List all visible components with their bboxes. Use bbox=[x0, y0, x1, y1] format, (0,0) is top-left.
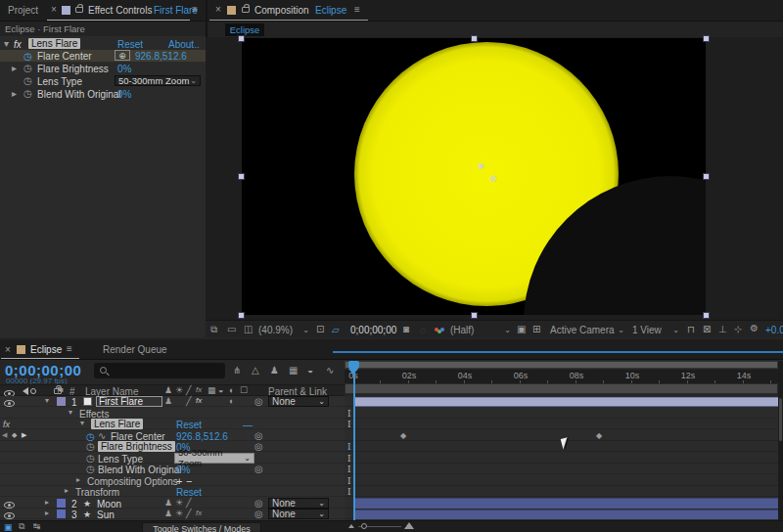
eye-icon[interactable] bbox=[4, 502, 15, 509]
quality-switch-icon[interactable]: ╱ bbox=[186, 499, 191, 508]
exposure-value[interactable]: +0.0 bbox=[765, 325, 783, 335]
lock-icon[interactable] bbox=[75, 7, 83, 13]
frame-blend-switch-icon[interactable]: ▦ bbox=[207, 386, 216, 395]
twirl-icon[interactable]: ▸ bbox=[12, 89, 17, 99]
shy-switch-icon[interactable]: ♟ bbox=[164, 397, 172, 406]
prev-keyframe-icon[interactable]: ◀ bbox=[2, 431, 7, 439]
parent-dropdown[interactable]: None ⌄ bbox=[268, 498, 329, 509]
effect-about-link[interactable]: About.. bbox=[168, 39, 200, 50]
twirl-icon[interactable]: ▸ bbox=[76, 476, 80, 484]
quality-switch-icon[interactable]: ╱ bbox=[186, 386, 191, 395]
playhead-point[interactable] bbox=[348, 369, 358, 375]
composition-frame[interactable]: ◉ ⊕ bbox=[242, 38, 706, 315]
twirl-icon[interactable]: ▸ bbox=[45, 499, 49, 507]
composition-viewer[interactable]: ◉ ⊕ bbox=[206, 37, 783, 320]
layer-controls-icon[interactable]: ⧉ bbox=[210, 325, 217, 334]
layer-name[interactable]: First Flare bbox=[96, 396, 162, 407]
prop-value[interactable]: 926.8,512.6 bbox=[135, 51, 187, 62]
exposure-gear-icon[interactable]: ⚙ bbox=[750, 324, 759, 333]
zoom-in-mountain-icon[interactable] bbox=[404, 522, 414, 529]
layer-row-first-flare[interactable]: ▾ 1 First Flare ♟ ╱ fx ◐ ◎ None ⌄ bbox=[0, 396, 345, 408]
hide-shy-icon[interactable]: ♟ bbox=[270, 366, 279, 376]
selection-handle[interactable] bbox=[703, 173, 710, 180]
twirl-icon[interactable]: ▾ bbox=[80, 420, 84, 427]
quality-switch-icon[interactable]: ╱ bbox=[186, 397, 191, 406]
snapshot-camera-icon[interactable]: ◙ bbox=[403, 325, 409, 334]
pickwhip-icon[interactable]: ◎ bbox=[254, 431, 263, 441]
scrollbar-thumb[interactable] bbox=[779, 398, 782, 441]
camera-view-dropdown[interactable]: Active Camera ⌄ bbox=[550, 324, 624, 335]
selection-handle[interactable] bbox=[703, 35, 710, 42]
prop-row-flare-brightness[interactable]: ◷ Flare Brightness 0% ◎ bbox=[0, 441, 345, 453]
eye-icon[interactable] bbox=[4, 512, 15, 519]
magnification-dropdown[interactable]: (40.9%) ⌄ bbox=[258, 324, 309, 335]
panel-menu-icon[interactable]: ≡ bbox=[192, 4, 198, 15]
effect-reset-button[interactable]: Reset bbox=[117, 39, 143, 50]
twirl-icon[interactable]: ▸ bbox=[45, 510, 49, 517]
transparency-grid-icon[interactable]: ▣ bbox=[517, 325, 526, 334]
zoom-out-mountain-icon[interactable] bbox=[348, 524, 354, 528]
tab-effect-controls[interactable]: Effect Controls bbox=[88, 5, 152, 16]
effect-name[interactable]: Lens Flare bbox=[28, 38, 80, 49]
share-view-icon[interactable]: ⊓ bbox=[687, 325, 695, 334]
effect-row-lens-flare[interactable]: fx ▾ Lens Flare Reset — bbox=[0, 419, 345, 430]
time-navigator-bar[interactable] bbox=[345, 361, 778, 369]
tab-composition-target[interactable]: Eclipse bbox=[315, 5, 346, 16]
in-out-icon[interactable]: ↹ bbox=[33, 522, 41, 531]
label-color-chip[interactable] bbox=[57, 510, 66, 518]
transfer-controls-icon[interactable]: ⧉ bbox=[19, 522, 24, 531]
keyframe-diamond[interactable]: ◆ bbox=[596, 431, 602, 440]
effect-reset-button[interactable]: Reset bbox=[176, 420, 202, 430]
track-area[interactable]: I I I I I I I ◆ ◆ bbox=[345, 396, 778, 520]
region-of-interest-icon[interactable]: ⊡ bbox=[316, 325, 324, 334]
stopwatch-icon[interactable]: ◷ bbox=[23, 76, 32, 86]
add-option-button[interactable]: + bbox=[176, 475, 182, 487]
mini-flowchart-icon[interactable]: ⋔ bbox=[233, 366, 241, 376]
time-ruler[interactable]: 0s 02s 04s 06s 08s 10s 12s 14s bbox=[345, 370, 778, 383]
playhead-head[interactable] bbox=[348, 361, 359, 369]
effect-name[interactable]: Lens Flare bbox=[91, 419, 143, 429]
refresh-view-icon[interactable]: ⊠ bbox=[703, 325, 711, 334]
collapse-switch-icon[interactable]: ☀ bbox=[175, 510, 183, 518]
motion-blur-switch-icon[interactable]: ◒ bbox=[218, 386, 223, 395]
tab-composition[interactable]: Composition bbox=[254, 5, 309, 16]
view-layout-dropdown[interactable]: 1 View ⌄ bbox=[632, 324, 679, 335]
stopwatch-icon[interactable]: ◷ bbox=[86, 431, 95, 442]
preview-timecode[interactable]: 0;00;00;00 bbox=[350, 325, 396, 335]
timeline-zoom-knob[interactable] bbox=[361, 523, 367, 529]
twirl-icon[interactable]: ▾ bbox=[4, 39, 9, 49]
stopwatch-icon[interactable]: ◷ bbox=[23, 64, 32, 73]
tab-render-queue[interactable]: Render Queue bbox=[103, 344, 167, 355]
twirl-icon[interactable]: ▸ bbox=[12, 64, 17, 73]
prop-row-lens-type[interactable]: ◷ Lens Type 50-300mm Zoom ⌄ bbox=[0, 453, 345, 465]
label-color-chip[interactable] bbox=[57, 397, 66, 406]
tab-project[interactable]: Project bbox=[8, 5, 38, 16]
prop-value[interactable]: 0% bbox=[117, 89, 131, 100]
search-input[interactable] bbox=[94, 363, 225, 378]
twirl-icon[interactable]: ▸ bbox=[65, 487, 69, 495]
remove-option-button[interactable]: − bbox=[186, 475, 192, 487]
viewer-tab-eclipse[interactable]: Eclipse bbox=[225, 23, 264, 36]
layer-bar-moon[interactable] bbox=[353, 498, 778, 509]
graph-toggle-icon[interactable]: ∿ bbox=[98, 431, 106, 441]
selection-handle[interactable] bbox=[471, 35, 478, 42]
adjustment-switch-icon[interactable]: ◐ bbox=[229, 386, 234, 395]
draft-3d-icon[interactable]: △ bbox=[252, 366, 259, 376]
graph-editor-icon[interactable]: ∿ bbox=[326, 366, 334, 376]
selection-handle[interactable] bbox=[238, 173, 245, 180]
layer-row-sun[interactable]: ▸ 3 ★ Sun ♟ ☀ ╱ fx ◎ None ⌄ bbox=[0, 509, 345, 520]
pixel-aspect-icon[interactable]: ⊞ bbox=[532, 325, 540, 334]
pickwhip-icon[interactable]: ◎ bbox=[254, 510, 263, 519]
selection-handle[interactable] bbox=[238, 35, 245, 42]
keyframe-diamond[interactable]: ◆ bbox=[400, 431, 406, 440]
panel-menu-icon[interactable]: ≡ bbox=[67, 343, 72, 354]
stopwatch-icon[interactable]: ◷ bbox=[86, 442, 95, 452]
shy-switch-icon[interactable]: ♟ bbox=[164, 386, 172, 395]
lock-icon[interactable] bbox=[242, 7, 250, 13]
layer-name[interactable]: Sun bbox=[97, 510, 115, 520]
playhead-line[interactable] bbox=[353, 370, 355, 520]
fx-switch-icon[interactable]: fx bbox=[196, 510, 202, 517]
prop-row-flare-center[interactable]: ◀ ◆ ▶ ◷ ∿ Flare Center 926.8,512.6 ◎ bbox=[0, 430, 345, 442]
screen-mode-icon[interactable]: ▭ bbox=[227, 325, 236, 334]
pickwhip-icon[interactable]: ◎ bbox=[254, 465, 263, 474]
